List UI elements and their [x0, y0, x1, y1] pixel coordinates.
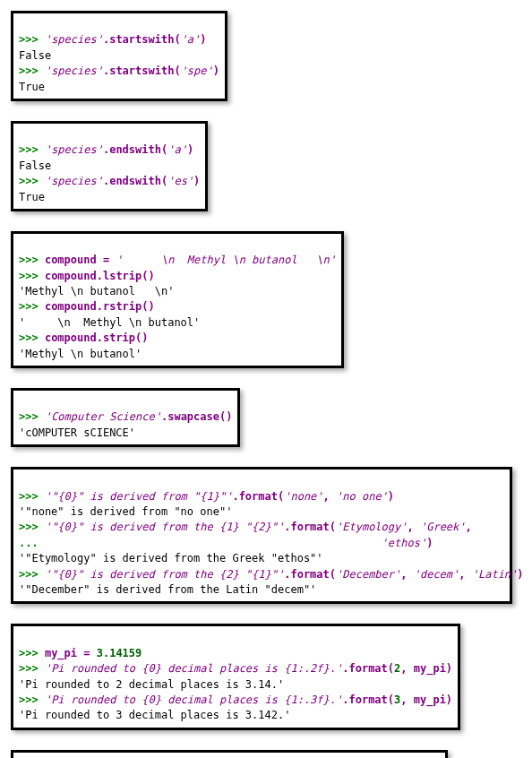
string-literal: 'species': [45, 143, 103, 156]
string-literal: 'Computer Science': [45, 410, 161, 423]
method-call: .format(: [342, 662, 394, 675]
prompt: >>>: [19, 143, 45, 156]
string-arg: 'Latin': [472, 568, 518, 581]
output: False: [19, 159, 51, 172]
paren-close: ): [446, 693, 452, 706]
prompt: >>>: [19, 270, 45, 282]
string-literal: 'species': [45, 33, 103, 46]
string-literal: '"{0}" is derived from the {1} "{2}"': [45, 521, 284, 533]
string-arg: 'a': [181, 33, 201, 46]
prompt: >>>: [19, 175, 45, 187]
output: ' \n Methyl \n butanol': [19, 316, 200, 329]
prompt: >>>: [19, 332, 45, 344]
string-literal: '"{0}" is derived from "{1}"': [45, 490, 233, 503]
prompt: >>>: [19, 65, 45, 77]
string-literal: 'species': [45, 175, 103, 187]
method-call: .startswith(: [103, 33, 181, 46]
prompt: >>>: [19, 490, 45, 503]
identifier: compound: [45, 270, 97, 282]
prompt: >>>: [19, 662, 45, 675]
prompt: >>>: [19, 33, 45, 46]
method-call: .strip(): [97, 332, 149, 344]
method-call: .format(: [284, 521, 336, 533]
separator: ,: [400, 693, 413, 706]
paren-close: ): [388, 490, 394, 503]
output: 'Pi rounded to 3 decimal places is 3.142…: [19, 709, 290, 721]
output: True: [19, 81, 45, 93]
code-block-format-num: >>> my_pi = 3.14159 >>> 'Pi rounded to {…: [11, 624, 460, 729]
paren-close: ): [193, 175, 200, 187]
code-block-startswith: >>> 'species'.startswith('a') False >>> …: [11, 11, 227, 101]
prompt: >>>: [19, 693, 45, 706]
output: False: [19, 49, 51, 62]
pad: [45, 537, 382, 549]
string-arg: 'ethos': [382, 537, 427, 549]
prompt: >>>: [19, 568, 45, 581]
method-call: .lstrip(): [97, 270, 155, 282]
method-call: .rstrip(): [97, 300, 155, 313]
output: '"none" is derived from "no one"': [19, 505, 232, 518]
paren-close: ): [517, 568, 523, 581]
output: '"December" is derived from the Latin "d…: [19, 583, 316, 596]
string-literal: 'Pi rounded to {0} decimal places is {1:…: [45, 693, 342, 706]
string-arg: 'es': [167, 175, 193, 187]
paren-close: ): [446, 662, 452, 675]
prompt: >>>: [19, 300, 45, 313]
code-block-endswith: >>> 'species'.endswith('a') False >>> 's…: [11, 121, 208, 211]
separator: ,: [400, 662, 413, 675]
output: 'Methyl \n butanol': [19, 348, 142, 360]
string-literal: '"{0}" is derived from the {2} "{1}"': [45, 568, 284, 581]
separator: ,: [408, 521, 420, 533]
string-literal: ' \n Methyl \n butanol \n': [116, 254, 336, 266]
string-arg: 'decem': [414, 568, 459, 581]
identifier: my_pi: [414, 693, 446, 706]
identifier: my_pi: [45, 647, 77, 659]
prompt: >>>: [19, 410, 45, 423]
method-call: .format(: [342, 693, 394, 706]
paren-close: ): [187, 143, 193, 156]
method-call: .startswith(: [103, 65, 181, 77]
identifier: compound: [45, 254, 97, 266]
continuation: ...: [19, 537, 45, 549]
identifier: my_pi: [414, 662, 446, 675]
assign-op: =: [97, 254, 116, 266]
comma: ,: [466, 521, 472, 533]
method-call: .format(: [284, 568, 336, 581]
output: 'cOMPUTER sCIENCE': [19, 426, 135, 439]
identifier: compound: [45, 332, 97, 344]
string-arg: 'no one': [336, 490, 388, 503]
separator: ,: [459, 568, 471, 581]
string-arg: 'a': [167, 143, 187, 156]
output: 'Pi rounded to 2 decimal places is 3.14.…: [19, 678, 284, 691]
method-call: .format(: [232, 490, 284, 503]
string-arg: 'spe': [181, 65, 213, 77]
code-block-format: >>> '"{0}" is derived from "{1}"'.format…: [11, 467, 512, 604]
string-arg: 'December': [336, 568, 400, 581]
separator: ,: [400, 568, 413, 581]
separator: ,: [323, 490, 336, 503]
output: 'Methyl \n butanol \n': [19, 285, 174, 297]
method-call: .endswith(: [103, 175, 167, 187]
identifier: compound: [45, 300, 97, 313]
string-arg: 'Greek': [420, 521, 466, 533]
output: '"Etymology" is derived from the Greek "…: [19, 552, 323, 564]
prompt: >>>: [19, 521, 45, 533]
code-block-strip: >>> compound = ' \n Methyl \n butanol \n…: [11, 231, 344, 368]
string-arg: 'none': [284, 490, 322, 503]
code-block-swapcase: >>> 'Computer Science'.swapcase() 'cOMPU…: [11, 388, 240, 447]
prompt: >>>: [19, 254, 45, 266]
output: True: [19, 191, 45, 203]
method-call: .swapcase(): [161, 410, 232, 423]
prompt: >>>: [19, 647, 45, 659]
string-literal: 'Pi rounded to {0} decimal places is {1:…: [45, 662, 342, 675]
paren-close: ): [200, 33, 206, 46]
string-arg: 'Etymology': [336, 521, 407, 533]
method-call: .endswith(: [103, 143, 167, 156]
number: 3.14159: [97, 647, 142, 659]
string-literal: 'species': [45, 65, 103, 77]
paren-close: ): [426, 537, 433, 549]
assign-op: =: [77, 647, 97, 659]
paren-close: ): [213, 65, 219, 77]
code-block-format-auto: >>> 'Pi rounded to {} decimal places is …: [11, 750, 448, 758]
